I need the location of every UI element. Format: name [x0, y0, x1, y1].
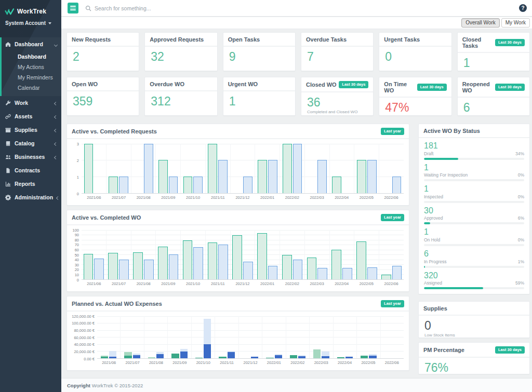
view-switch-bar: Overall Work My Work	[61, 17, 532, 29]
caret-down-icon	[48, 22, 51, 24]
bar	[208, 242, 218, 279]
bar-group	[334, 316, 357, 358]
bar	[381, 275, 391, 279]
bar	[169, 254, 179, 279]
sidebar-item-dashboard[interactable]: Dashboard	[2, 37, 61, 51]
timeframe-badge: Last 30 days	[495, 346, 525, 354]
bar-group	[280, 230, 305, 279]
kpi-title: Open Tasks	[228, 36, 260, 43]
bar	[392, 177, 402, 193]
kpi-value: 0	[379, 47, 451, 63]
copyright-label: Copyright	[67, 383, 90, 388]
bar	[218, 160, 228, 193]
chevron-left-icon	[54, 129, 58, 132]
bar	[268, 160, 277, 193]
stacked-bar	[290, 316, 297, 358]
chart-title: Planned vs. Actual WO Expenses	[72, 301, 162, 307]
kpi-value: 1	[223, 91, 295, 107]
kpi-value: 6	[458, 98, 529, 114]
sidebar-subitem-my-actions[interactable]: My Actions	[2, 62, 61, 72]
bar-group	[239, 316, 262, 358]
bar	[258, 160, 267, 193]
bar	[144, 260, 154, 279]
users-icon	[5, 154, 11, 160]
bar	[119, 177, 128, 193]
bar	[109, 177, 118, 193]
account-switcher[interactable]: System Account	[0, 17, 61, 33]
kpi-title: Overdue Tasks	[306, 36, 347, 43]
sidebar-item-businesses[interactable]: Businesses	[0, 150, 61, 164]
bar-group	[280, 144, 305, 193]
bar	[307, 258, 317, 279]
chart-title: Active vs. Completed WO	[72, 214, 141, 221]
sidebar-subitem-my-reminders[interactable]: My Reminders	[2, 72, 61, 83]
help-icon[interactable]: ?	[519, 4, 527, 12]
box-icon	[5, 127, 11, 133]
y-axis: 1009080706050403020100	[67, 230, 82, 280]
y-axis: 3210	[67, 144, 82, 194]
status-percent: 34%	[515, 151, 524, 156]
bar	[232, 235, 242, 279]
kpi-card-open-wo: Open WO359	[66, 77, 139, 116]
kpi-value: 32	[145, 47, 217, 63]
sidebar-item-contracts[interactable]: Contracts	[0, 164, 61, 177]
stacked-bar	[204, 316, 211, 358]
sidebar-item-work[interactable]: Work	[0, 96, 61, 110]
bar-group	[357, 316, 380, 358]
sidebar-toggle-button[interactable]	[68, 3, 78, 13]
bar	[84, 144, 94, 193]
brand-name: WorkTrek	[17, 8, 46, 15]
chart-card-active-vs-completed-wo: Active vs. Completed WOLast year10090807…	[66, 210, 409, 292]
timeframe-badge: Last 30 days	[417, 84, 447, 91]
bar-group	[354, 144, 379, 193]
my-work-button[interactable]: My Work	[501, 18, 530, 28]
stacked-bar	[180, 316, 188, 358]
status-value: 30	[424, 206, 524, 215]
copyright-text: WorkTrek © 2015-2022	[92, 383, 143, 388]
overall-work-button[interactable]: Overall Work	[461, 18, 500, 28]
kpi-title: On Time WO	[384, 81, 417, 93]
stacked-bar	[384, 316, 392, 358]
y-axis: 120,000.00 €100,000.00 €80,000.00 €60,00…	[67, 316, 97, 359]
bar	[392, 266, 402, 279]
sidebar-item-administration[interactable]: Administration	[0, 191, 61, 204]
app-logo[interactable]: WorkTrek	[0, 0, 61, 17]
sidebar-item-reports[interactable]: Reports	[0, 177, 61, 191]
bar	[243, 262, 253, 279]
status-label: In Progress	[424, 259, 446, 264]
status-value: 320	[424, 271, 524, 280]
kpi-title: Approved Requests	[150, 36, 204, 43]
bar-group	[181, 144, 206, 193]
bar	[208, 144, 217, 193]
status-percent: 6%	[518, 215, 524, 221]
bar	[183, 240, 193, 279]
bar	[158, 160, 168, 193]
status-percent: 1%	[518, 259, 524, 264]
sidebar-item-catalog[interactable]: Catalog	[0, 137, 61, 150]
plot-area	[82, 144, 404, 194]
status-row-on-hold: 1On Hold0%	[419, 224, 529, 246]
kpi-title: Closed Tasks	[462, 36, 495, 49]
search-input[interactable]	[95, 5, 250, 11]
kpi-card-open-tasks: Open Tasks9	[223, 32, 296, 71]
sidebar-subitem-dashboard[interactable]: Dashboard	[2, 51, 61, 62]
bar-group	[156, 230, 181, 279]
status-label: On Hold	[424, 237, 440, 242]
search-icon	[85, 5, 91, 11]
timeframe-badge: Last year	[381, 300, 404, 307]
bar	[357, 160, 366, 193]
status-percent: 0%	[518, 172, 524, 178]
sidebar-item-supplies[interactable]: Supplies	[0, 123, 61, 137]
stacked-bar	[171, 316, 179, 358]
bar-group	[310, 316, 333, 358]
sidebar-item-assets[interactable]: Assets	[0, 110, 61, 123]
sidebar-menu: DashboardDashboardMy ActionsMy Reminders…	[0, 37, 61, 204]
bar-group	[107, 144, 131, 193]
sidebar-subitem-calendar[interactable]: Calendar	[2, 83, 61, 93]
bar-group	[97, 316, 121, 358]
kpi-card-urgent-tasks: Urgent Tasks0	[379, 32, 451, 71]
status-row-in-progress: 6In Progress1%	[419, 246, 529, 268]
home-icon	[5, 42, 11, 47]
chevron-down-icon	[54, 43, 58, 47]
kpi-value: 36	[301, 92, 373, 109]
